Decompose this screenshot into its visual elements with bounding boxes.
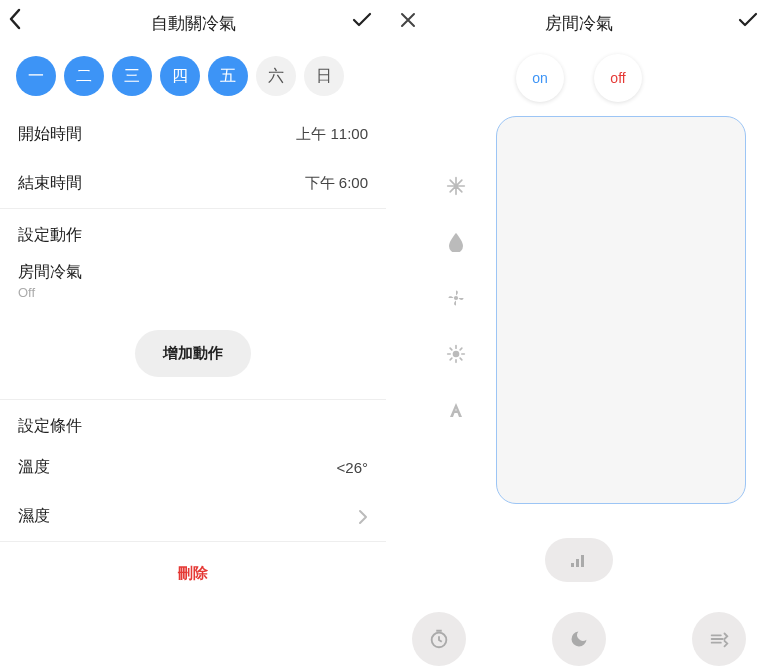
power-toggle: on off	[386, 46, 772, 116]
end-time-row[interactable]: 結束時間 下午 6:00	[0, 159, 386, 208]
power-off-button[interactable]: off	[594, 54, 642, 102]
end-time-label: 結束時間	[18, 173, 82, 194]
day-mon[interactable]: 一	[16, 56, 56, 96]
temperature-row[interactable]: 溫度 <26°	[0, 443, 386, 492]
svg-line-9	[460, 348, 462, 350]
device-action-row[interactable]: 房間冷氣 Off	[0, 252, 386, 316]
swing-button[interactable]	[692, 612, 746, 666]
page-title: 房間冷氣	[545, 12, 613, 35]
page-title: 自動關冷氣	[151, 12, 236, 35]
day-thu[interactable]: 四	[160, 56, 200, 96]
header: 房間冷氣	[386, 0, 772, 46]
ac-control-screen: 房間冷氣 on off	[386, 0, 772, 670]
svg-line-8	[450, 358, 452, 360]
back-button[interactable]	[8, 8, 22, 30]
svg-line-7	[460, 358, 462, 360]
timer-button[interactable]	[412, 612, 466, 666]
svg-rect-10	[571, 563, 574, 567]
temperature-label: 溫度	[18, 457, 50, 478]
svg-rect-11	[576, 559, 579, 567]
humidity-row[interactable]: 濕度	[0, 492, 386, 541]
display-panel	[496, 116, 746, 504]
device-name: 房間冷氣	[18, 262, 368, 283]
svg-line-6	[450, 348, 452, 350]
temperature-value: <26°	[337, 459, 368, 476]
schedule-screen: 自動關冷氣 一 二 三 四 五 六 日 開始時間 上午 11:00 結束時間 下…	[0, 0, 386, 670]
close-button[interactable]	[400, 12, 416, 28]
day-selector: 一 二 三 四 五 六 日	[0, 46, 386, 110]
day-tue[interactable]: 二	[64, 56, 104, 96]
end-time-value: 下午 6:00	[305, 174, 368, 193]
start-time-label: 開始時間	[18, 124, 82, 145]
fan-icon[interactable]	[446, 288, 466, 308]
droplet-icon[interactable]	[446, 232, 466, 252]
mode-icons	[446, 176, 466, 420]
auto-icon[interactable]	[446, 400, 466, 420]
confirm-button[interactable]	[352, 12, 372, 28]
svg-rect-12	[581, 555, 584, 567]
power-on-button[interactable]: on	[516, 54, 564, 102]
start-time-row[interactable]: 開始時間 上午 11:00	[0, 110, 386, 159]
snowflake-icon[interactable]	[446, 176, 466, 196]
header: 自動關冷氣	[0, 0, 386, 46]
device-state: Off	[18, 285, 368, 300]
chevron-right-icon	[358, 509, 368, 525]
svg-point-1	[453, 351, 460, 358]
sun-icon[interactable]	[446, 344, 466, 364]
fan-speed-button[interactable]	[545, 538, 613, 582]
sleep-button[interactable]	[552, 612, 606, 666]
day-wed[interactable]: 三	[112, 56, 152, 96]
day-sat[interactable]: 六	[256, 56, 296, 96]
confirm-button[interactable]	[738, 12, 758, 28]
svg-point-0	[454, 296, 458, 300]
humidity-label: 濕度	[18, 506, 50, 527]
actions-header: 設定動作	[0, 209, 386, 252]
start-time-value: 上午 11:00	[296, 125, 368, 144]
conditions-header: 設定條件	[0, 400, 386, 443]
add-action-button[interactable]: 增加動作	[135, 330, 251, 377]
day-sun[interactable]: 日	[304, 56, 344, 96]
delete-button[interactable]: 刪除	[0, 542, 386, 605]
day-fri[interactable]: 五	[208, 56, 248, 96]
ac-body	[386, 116, 772, 546]
bottom-controls	[386, 530, 772, 670]
